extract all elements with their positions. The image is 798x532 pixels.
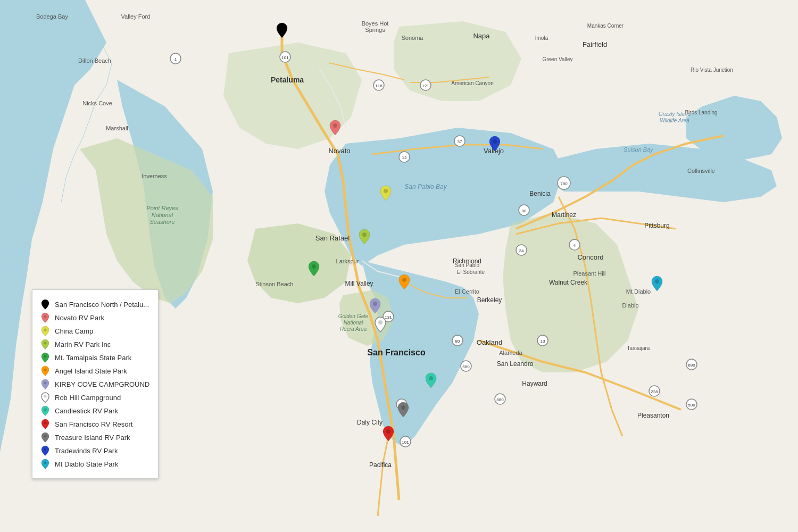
legend-marker-angel-island xyxy=(41,365,49,376)
marker-marin-rv[interactable] xyxy=(358,229,371,245)
legend-item-mt-diablo[interactable]: Mt Diablo State Park xyxy=(41,459,149,469)
svg-text:Marshall: Marshall xyxy=(106,125,128,131)
svg-point-107 xyxy=(386,429,390,434)
legend-marker-mt-tam xyxy=(41,352,49,363)
svg-text:Collinsville: Collinsville xyxy=(687,168,715,174)
svg-point-106 xyxy=(429,376,433,380)
legend-item-rob-hill[interactable]: Rob Hill Campground xyxy=(41,392,149,403)
svg-text:Imola: Imola xyxy=(535,35,548,41)
legend-item-sf-rv-resort[interactable]: San Francisco RV Resort xyxy=(41,419,149,429)
svg-text:Petaluma: Petaluma xyxy=(271,76,304,84)
legend-marker-tradewinds xyxy=(41,445,49,456)
svg-text:San Pablo Bay: San Pablo Bay xyxy=(404,183,447,190)
svg-text:Martinez: Martinez xyxy=(552,211,576,219)
marker-angel-island[interactable] xyxy=(398,274,411,290)
svg-text:37: 37 xyxy=(458,139,462,144)
svg-text:24: 24 xyxy=(519,248,524,253)
legend-marker-candlestick xyxy=(41,405,49,416)
svg-text:Mt Diablo: Mt Diablo xyxy=(626,288,651,295)
legend-label-treasure-island: Treasure Island RV Park xyxy=(55,434,130,442)
svg-text:Wildlife Area: Wildlife Area xyxy=(660,118,689,123)
svg-text:Golden Gate: Golden Gate xyxy=(338,313,369,319)
legend-marker-marin-rv xyxy=(41,339,49,350)
svg-text:12: 12 xyxy=(402,155,407,160)
legend-marker-sf-rv-resort xyxy=(41,419,49,429)
svg-text:101: 101 xyxy=(402,440,409,445)
svg-text:13: 13 xyxy=(541,339,545,344)
marker-novato-rv[interactable] xyxy=(329,120,342,136)
legend-item-tradewinds[interactable]: Tradewinds RV Park xyxy=(41,445,149,456)
legend-label-mt-tam: Mt. Tamalpais State Park xyxy=(55,354,131,362)
svg-point-102 xyxy=(312,264,316,269)
map-container: 101 37 116 121 12 1 780 80 4 680 580 580… xyxy=(0,0,798,532)
svg-text:Napa: Napa xyxy=(473,32,490,40)
marker-rob-hill[interactable] xyxy=(374,317,387,332)
legend-item-sf-north[interactable]: San Francisco North / Petalu... xyxy=(41,299,149,310)
legend-item-treasure-island[interactable]: Treasure Island RV Park xyxy=(41,432,149,443)
marker-kirby-cove[interactable] xyxy=(369,298,381,314)
svg-text:Stinson Beach: Stinson Beach xyxy=(256,281,294,287)
svg-text:Benicia: Benicia xyxy=(529,190,551,197)
svg-text:Suisun Bay: Suisun Bay xyxy=(624,146,654,153)
marker-candlestick[interactable] xyxy=(425,372,437,388)
svg-point-100 xyxy=(384,189,388,193)
svg-point-113 xyxy=(44,329,47,331)
legend-label-angel-island: Angel Island State Park xyxy=(55,367,127,375)
svg-text:National: National xyxy=(152,212,173,218)
svg-text:Point Reyes: Point Reyes xyxy=(146,205,178,211)
legend-marker-novato-rv xyxy=(41,312,49,323)
svg-text:Mankas Corner: Mankas Corner xyxy=(587,23,624,29)
svg-text:San Rafael: San Rafael xyxy=(315,234,350,242)
svg-text:116: 116 xyxy=(375,84,383,88)
legend-item-mt-tam[interactable]: Mt. Tamalpais State Park xyxy=(41,352,149,363)
svg-text:Dillon Beach: Dillon Beach xyxy=(78,57,111,64)
svg-text:Larkspur: Larkspur xyxy=(336,258,359,264)
svg-point-112 xyxy=(44,315,47,318)
svg-point-122 xyxy=(44,448,47,451)
svg-text:Green Valley: Green Valley xyxy=(542,56,572,62)
legend-marker-mt-diablo xyxy=(41,459,49,469)
legend-label-sf-rv-resort: San Francisco RV Resort xyxy=(55,420,132,428)
svg-text:El Sobrante: El Sobrante xyxy=(457,269,485,275)
svg-text:Pittsburg: Pittsburg xyxy=(644,222,669,229)
svg-point-111 xyxy=(44,302,47,305)
marker-tradewinds[interactable] xyxy=(488,136,501,152)
svg-text:San Leandro: San Leandro xyxy=(497,360,534,368)
svg-text:Boyes Hot: Boyes Hot xyxy=(362,20,389,27)
svg-point-114 xyxy=(44,342,47,345)
legend-label-tradewinds: Tradewinds RV Park xyxy=(55,447,118,455)
svg-text:Pleasant Hill: Pleasant Hill xyxy=(573,270,605,277)
svg-text:Berkeley: Berkeley xyxy=(477,296,502,304)
svg-text:Walnut Creek: Walnut Creek xyxy=(549,279,588,286)
legend-item-novato-rv[interactable]: Novato RV Park xyxy=(41,312,149,323)
marker-sf-rv-resort[interactable] xyxy=(382,426,395,442)
svg-point-101 xyxy=(362,232,367,237)
legend-item-angel-island[interactable]: Angel Island State Park xyxy=(41,365,149,376)
svg-point-108 xyxy=(401,405,405,410)
legend-label-kirby-cove: KIRBY COVE CAMPGROUND xyxy=(55,380,149,388)
svg-text:Bodega Bay: Bodega Bay xyxy=(36,13,68,20)
svg-text:4: 4 xyxy=(573,243,576,248)
svg-text:Hayward: Hayward xyxy=(522,380,547,387)
svg-text:El Cerrito: El Cerrito xyxy=(455,288,479,295)
legend-item-candlestick[interactable]: Candlestick RV Park xyxy=(41,405,149,416)
svg-text:Mill Valley: Mill Valley xyxy=(345,280,373,287)
marker-china-camp[interactable] xyxy=(379,185,392,201)
legend-item-china-camp[interactable]: China Camp xyxy=(41,326,149,336)
svg-point-115 xyxy=(44,355,47,358)
marker-mt-tam[interactable] xyxy=(307,261,320,277)
svg-text:Sonoma: Sonoma xyxy=(402,35,424,41)
legend-item-marin-rv[interactable]: Marin RV Park Inc xyxy=(41,339,149,350)
marker-mt-diablo[interactable] xyxy=(651,276,663,292)
svg-point-123 xyxy=(44,462,47,464)
svg-point-120 xyxy=(44,422,47,425)
svg-point-105 xyxy=(378,320,383,325)
svg-point-121 xyxy=(44,435,47,438)
svg-text:Daly City: Daly City xyxy=(357,419,383,426)
svg-text:Recra Area: Recra Area xyxy=(340,326,367,332)
svg-text:680: 680 xyxy=(688,363,695,368)
svg-text:121: 121 xyxy=(422,84,429,88)
marker-sf-north[interactable] xyxy=(276,22,288,38)
legend-item-kirby-cove[interactable]: KIRBY COVE CAMPGROUND xyxy=(41,379,149,389)
marker-treasure-island[interactable] xyxy=(397,402,410,418)
